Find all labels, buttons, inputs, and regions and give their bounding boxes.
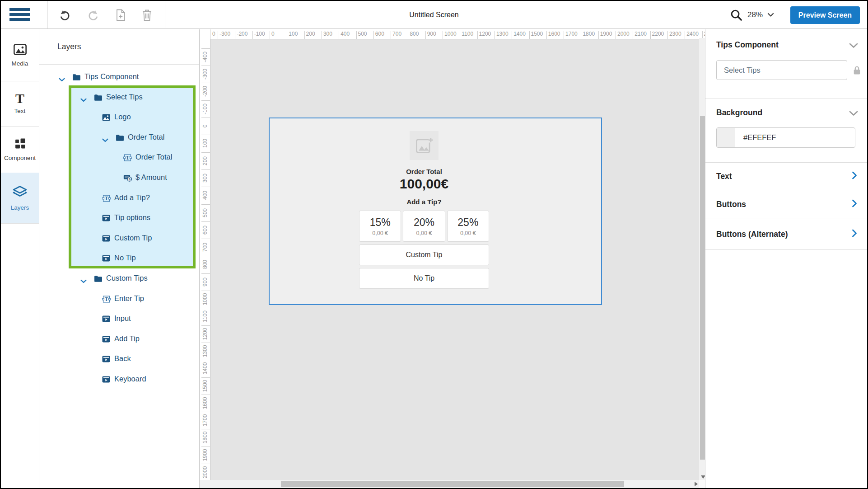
rail-item-media[interactable]: Media <box>1 29 39 81</box>
lock-button[interactable] <box>853 66 861 77</box>
chevron-right-icon <box>852 199 857 209</box>
ruler-tick <box>201 308 210 308</box>
logo-placeholder[interactable] <box>410 131 439 160</box>
ruler-tick <box>356 31 357 39</box>
chevron-down-icon[interactable] <box>59 75 65 84</box>
layer-row-select-tips[interactable]: Select Tips <box>39 88 200 108</box>
layer-row-keyboard[interactable]: Keyboard <box>39 370 200 390</box>
rail-item-layers[interactable]: Layers <box>1 173 39 224</box>
ruler-label: 1700 <box>565 29 578 39</box>
layer-label: Keyboard <box>114 375 146 383</box>
component-variant-input[interactable]: Select Tips <box>716 60 847 80</box>
scroll-right-arrow-icon[interactable] <box>695 482 698 486</box>
chevron-down-icon[interactable] <box>80 96 87 104</box>
layer-row-tip-options[interactable]: Tip options <box>39 208 200 229</box>
layer-row-logo[interactable]: Logo <box>39 108 200 128</box>
folder-icon <box>94 275 103 284</box>
ruler-tick <box>201 152 210 153</box>
zoom-control[interactable]: 28% <box>730 1 774 29</box>
layer-row-input[interactable]: Input <box>39 309 200 329</box>
chevron-down-icon <box>849 111 858 116</box>
ruler-label: 200 <box>306 29 315 39</box>
ruler-label: 300 <box>323 29 332 39</box>
layer-row-enter-tip[interactable]: TEnter Tip <box>39 289 200 310</box>
layer-label: No Tip <box>114 254 136 262</box>
new-screen-button[interactable] <box>115 9 126 21</box>
undo-button[interactable] <box>59 9 70 21</box>
tip-option-button-25[interactable]: 25%0,00 € <box>447 211 489 242</box>
ruler-tick <box>201 100 210 101</box>
ruler-tick <box>616 31 616 39</box>
layer-label: $ Amount <box>135 173 167 182</box>
add-a-tip-label[interactable]: Add a Tip? <box>359 198 489 206</box>
tip-option-button-20[interactable]: 20%0,00 € <box>403 211 445 242</box>
ruler-label: 1400 <box>202 362 208 375</box>
section-row-buttons[interactable]: Buttons <box>705 190 867 218</box>
rail-item-text[interactable]: TText <box>1 81 39 127</box>
tip-amount: 0,00 € <box>416 230 432 236</box>
color-swatch[interactable] <box>717 128 735 147</box>
redo-button[interactable] <box>88 9 99 21</box>
collapse-section-button[interactable] <box>849 110 858 118</box>
ruler-tick <box>201 377 210 378</box>
layer-row--amount[interactable]: $$ Amount <box>39 168 200 188</box>
ruler-tick <box>201 412 210 412</box>
media-icon <box>14 44 27 57</box>
menu-icon <box>9 8 30 11</box>
section-row-buttons-alternate-[interactable]: Buttons (Alternate) <box>705 218 867 250</box>
layer-row-tips-component[interactable]: Tips Component <box>39 67 200 88</box>
menu-button[interactable] <box>8 8 32 22</box>
ruler-label: -300 <box>219 29 230 39</box>
preview-screen-button[interactable]: Preview Screen <box>790 6 860 24</box>
app-window: Untitled Screen 28% Preview Screen Media… <box>0 0 868 489</box>
collapse-section-button[interactable] <box>849 42 858 50</box>
ruler-label: 2100 <box>635 29 647 39</box>
ruler-label: 1800 <box>583 29 595 39</box>
section-row-text[interactable]: Text <box>705 162 867 190</box>
ruler-label: 1900 <box>600 29 612 39</box>
chevron-down-icon[interactable] <box>102 136 108 144</box>
layer-row-order-total[interactable]: TOrder Total <box>39 148 200 168</box>
tip-option-button-15[interactable]: 15%0,00 € <box>359 211 401 242</box>
chevron-down-icon <box>767 13 774 17</box>
layer-row-add-a-tip-[interactable]: TAdd a Tip? <box>39 188 200 209</box>
menu-icon <box>9 13 30 16</box>
svg-text:T: T <box>126 155 130 161</box>
image-widget-icon <box>102 114 110 123</box>
ruler-label: 2200 <box>652 29 664 39</box>
layer-row-custom-tips[interactable]: Custom Tips <box>39 269 200 289</box>
layer-row-no-tip[interactable]: No Tip <box>39 249 200 269</box>
ruler-label: 1700 <box>202 414 208 427</box>
rail-item-component[interactable]: Component <box>1 126 39 173</box>
ruler-tick <box>546 31 547 39</box>
layer-row-back[interactable]: Back <box>39 349 200 370</box>
delete-button[interactable] <box>141 9 153 21</box>
ruler-label: 1400 <box>513 29 526 39</box>
ruler-label: 700 <box>392 29 401 39</box>
ruler-tick <box>581 31 581 39</box>
custom-tip-button[interactable]: Custom Tip <box>359 244 489 265</box>
ruler-label: 0 <box>202 125 208 128</box>
ruler-tick <box>408 31 408 39</box>
layers-icon <box>12 185 28 201</box>
chevron-down-icon[interactable] <box>80 277 87 285</box>
ruler-tick <box>373 31 374 39</box>
layer-row-custom-tip[interactable]: Custom Tip <box>39 229 200 249</box>
layer-row-order-total[interactable]: Order Total <box>39 128 200 148</box>
layer-row-add-tip[interactable]: Add Tip <box>39 329 200 350</box>
horizontal-scrollbar[interactable] <box>200 480 699 488</box>
section-row-label: Buttons <box>716 199 746 209</box>
order-total-label[interactable]: Order Total <box>359 168 489 175</box>
order-total-amount[interactable]: 100,00€ <box>359 176 489 192</box>
ruler-tick <box>564 31 564 39</box>
ruler-tick <box>201 187 210 187</box>
ruler-tick <box>304 31 305 39</box>
no-tip-button[interactable]: No Tip <box>359 268 489 289</box>
canvas-viewport[interactable]: Order Total 100,00€ Add a Tip? 15%0,00 €… <box>210 39 699 480</box>
layer-label: Logo <box>114 113 131 121</box>
ruler-label: 300 <box>202 174 208 183</box>
tips-component-selection[interactable]: Order Total 100,00€ Add a Tip? 15%0,00 €… <box>269 118 602 305</box>
background-color-field[interactable]: #EFEFEF <box>716 127 855 148</box>
horizontal-scrollbar-thumb[interactable] <box>281 481 624 487</box>
layer-label: Select Tips <box>106 93 143 101</box>
